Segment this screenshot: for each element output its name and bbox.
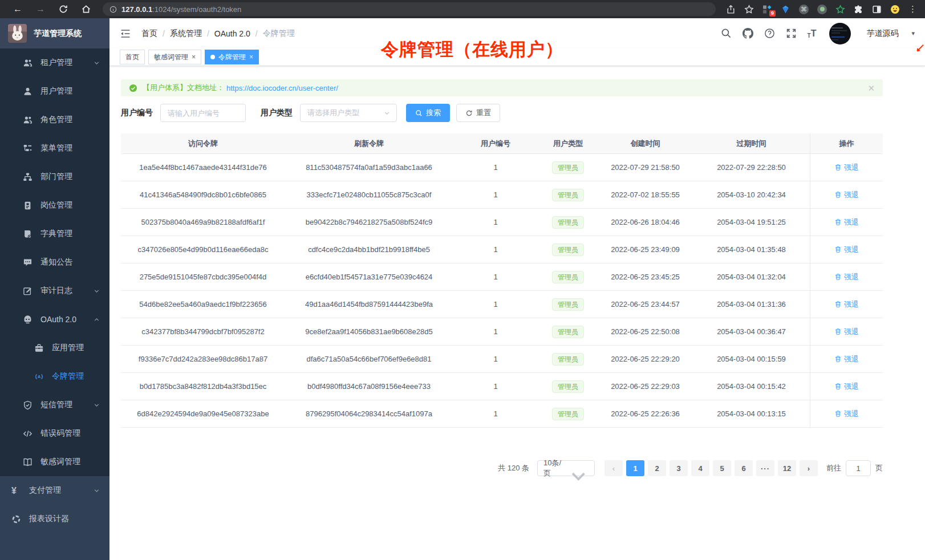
annotation-arrow-icon bbox=[914, 43, 924, 54]
green-star-extension-icon[interactable] bbox=[835, 5, 845, 14]
force-logout-button[interactable]: 强退 bbox=[834, 163, 859, 173]
refresh-icon bbox=[465, 109, 473, 117]
sidebar-item-errcode[interactable]: 错误码管理 bbox=[0, 419, 109, 448]
force-logout-button[interactable]: 强退 bbox=[834, 217, 859, 228]
page-button[interactable]: 2 bbox=[648, 460, 666, 476]
extension-grid-icon[interactable]: 9 bbox=[762, 5, 772, 14]
force-logout-button[interactable]: 强退 bbox=[834, 382, 859, 392]
sidebar-item-pay[interactable]: ¥支付管理 bbox=[0, 476, 109, 505]
prev-page-button[interactable]: ‹ bbox=[605, 460, 623, 476]
sidebar-item-dept[interactable]: 部门管理 bbox=[0, 163, 109, 191]
user-type-select[interactable]: 请选择用户类型 bbox=[300, 104, 397, 122]
site-info-icon[interactable] bbox=[109, 6, 117, 13]
expire-time-cell: 2054-03-04 01:32:04 bbox=[693, 263, 810, 290]
force-logout-label: 强退 bbox=[844, 299, 859, 310]
action-cell: 强退 bbox=[810, 291, 883, 318]
username[interactable]: 芋道源码 bbox=[866, 29, 898, 39]
browser-home-icon[interactable] bbox=[81, 4, 91, 14]
page-button[interactable]: 6 bbox=[735, 460, 753, 476]
next-page-button[interactable]: › bbox=[800, 460, 818, 476]
browser-menu-icon[interactable]: ⋮ bbox=[908, 4, 917, 14]
breadcrumb-item[interactable]: OAuth 2.0 bbox=[214, 29, 250, 38]
goto-page-input[interactable] bbox=[846, 460, 871, 476]
font-size-icon[interactable]: TT bbox=[808, 29, 817, 39]
page-button[interactable]: 1 bbox=[626, 460, 644, 476]
sidebar-item-menu[interactable]: 菜单管理 bbox=[0, 134, 109, 163]
sidebar-item-audit[interactable]: 审计日志 bbox=[0, 277, 109, 305]
refresh-token-cell: e6cfd40eb1f54571a31e775e039c4624 bbox=[285, 263, 453, 290]
table-row: 1ea5e44f8bc1467aaede43144f31de76811c5304… bbox=[121, 154, 883, 181]
breadcrumb-item[interactable]: 首页 bbox=[141, 29, 157, 39]
refresh-token-cell: b0df4980ffd34c67a08f9156e4eee733 bbox=[285, 373, 453, 400]
sidebar-item-sms[interactable]: 短信管理 bbox=[0, 391, 109, 419]
sidebar-item-sensitive[interactable]: 敏感词管理 bbox=[0, 448, 109, 476]
sidebar-item-role[interactable]: 角色管理 bbox=[0, 105, 109, 134]
post-icon bbox=[23, 201, 33, 210]
alert-close-icon[interactable]: ✕ bbox=[867, 84, 875, 92]
recorder-extension-icon[interactable] bbox=[817, 5, 827, 14]
force-logout-button[interactable]: 强退 bbox=[834, 299, 859, 310]
expire-time-cell: 2054-03-04 00:15:59 bbox=[693, 346, 810, 372]
force-logout-button[interactable]: 强退 bbox=[834, 190, 859, 200]
fullscreen-icon[interactable] bbox=[786, 28, 797, 39]
browser-forward-icon[interactable]: → bbox=[35, 4, 46, 14]
sidebar-collapse-icon[interactable] bbox=[120, 28, 131, 39]
emoji-profile-icon[interactable] bbox=[890, 5, 900, 14]
sidebar-item-report[interactable]: 报表设计器 bbox=[0, 505, 109, 533]
tab-label: 敏感词管理 bbox=[154, 52, 188, 62]
page-size-select[interactable]: 10条/页 bbox=[537, 460, 595, 476]
page-button[interactable]: 3 bbox=[670, 460, 688, 476]
app-logo[interactable]: 芋道管理系统 bbox=[0, 18, 109, 48]
table-row: 41c41346a548490f9dc8b01c6bfe0865333ecfc7… bbox=[121, 181, 883, 209]
address-bar[interactable]: 127.0.0.1:1024/system/oauth2/token bbox=[103, 2, 716, 16]
force-logout-button[interactable]: 强退 bbox=[834, 354, 859, 364]
breadcrumb-item[interactable]: 系统管理 bbox=[170, 29, 202, 39]
sidebar-item-oauth[interactable]: OAuth 2.0 bbox=[0, 305, 109, 334]
github-icon[interactable] bbox=[743, 28, 753, 39]
pager-more[interactable]: ··· bbox=[756, 460, 774, 476]
sidebar-item-notice[interactable]: 通知公告 bbox=[0, 248, 109, 277]
page-button[interactable]: 12 bbox=[778, 460, 796, 476]
user-avatar[interactable] bbox=[829, 23, 851, 44]
sidebar-item-label: OAuth 2.0 bbox=[40, 315, 76, 324]
sidebar-item-user[interactable]: 用户管理 bbox=[0, 77, 109, 105]
bookmark-star-icon[interactable] bbox=[744, 5, 754, 14]
reset-button[interactable]: 重置 bbox=[456, 104, 500, 122]
side-panel-icon[interactable] bbox=[872, 5, 882, 14]
browser-back-icon[interactable]: ← bbox=[13, 4, 23, 14]
tab-close-icon[interactable]: × bbox=[192, 54, 196, 60]
help-icon[interactable] bbox=[764, 28, 775, 39]
user-id-cell: 1 bbox=[453, 291, 538, 318]
doc-link[interactable]: https://doc.iocoder.cn/user-center/ bbox=[226, 84, 338, 92]
force-logout-button[interactable]: 强退 bbox=[834, 272, 859, 282]
force-logout-button[interactable]: 强退 bbox=[834, 409, 859, 419]
sidebar-item-app[interactable]: 应用管理 bbox=[0, 334, 109, 362]
user-id-input[interactable] bbox=[160, 104, 246, 122]
refresh-token-cell: 8796295f04064c2983414cc54af1097a bbox=[285, 400, 453, 427]
sidebar-item-token[interactable]: A令牌管理 bbox=[0, 362, 109, 391]
tab-close-icon[interactable]: × bbox=[249, 54, 253, 60]
sidebar-item-dict[interactable]: 字典管理 bbox=[0, 220, 109, 248]
tab-label: 令牌管理 bbox=[218, 52, 246, 62]
header-search-icon[interactable] bbox=[721, 28, 732, 39]
tab-active[interactable]: 令牌管理× bbox=[205, 50, 259, 64]
browser-reload-icon[interactable] bbox=[58, 4, 68, 14]
sidebar-item-post[interactable]: 岗位管理 bbox=[0, 191, 109, 220]
sidebar-item-tenant[interactable]: 租户管理 bbox=[0, 48, 109, 77]
sensitive-icon bbox=[23, 457, 33, 467]
share-icon[interactable] bbox=[726, 5, 736, 14]
tab-item[interactable]: 首页 bbox=[120, 50, 145, 64]
user-id-cell: 1 bbox=[453, 181, 538, 208]
table-row: b0d1785bc3a8482f812db4a3f3bd15ecb0df4980… bbox=[121, 373, 883, 400]
search-button[interactable]: 搜索 bbox=[406, 104, 450, 122]
command-extension-icon[interactable]: ⌘ bbox=[799, 5, 809, 14]
action-cell: 强退 bbox=[810, 236, 883, 263]
force-logout-button[interactable]: 强退 bbox=[834, 327, 859, 337]
puzzle-extensions-icon[interactable] bbox=[854, 5, 863, 14]
page-button[interactable]: 5 bbox=[713, 460, 731, 476]
page-button[interactable]: 4 bbox=[691, 460, 709, 476]
tab-item[interactable]: 敏感词管理× bbox=[148, 50, 201, 64]
gem-extension-icon[interactable] bbox=[781, 5, 790, 14]
user-caret-down-icon[interactable]: ▾ bbox=[911, 30, 915, 37]
force-logout-button[interactable]: 强退 bbox=[834, 245, 859, 255]
